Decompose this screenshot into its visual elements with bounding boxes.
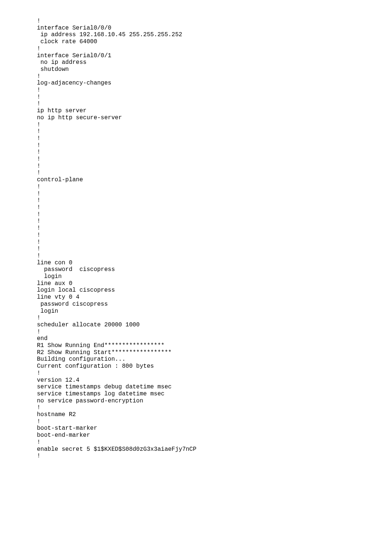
router-config-text: ! interface Serial0/0/0 ip address 192.1…	[37, 18, 355, 460]
